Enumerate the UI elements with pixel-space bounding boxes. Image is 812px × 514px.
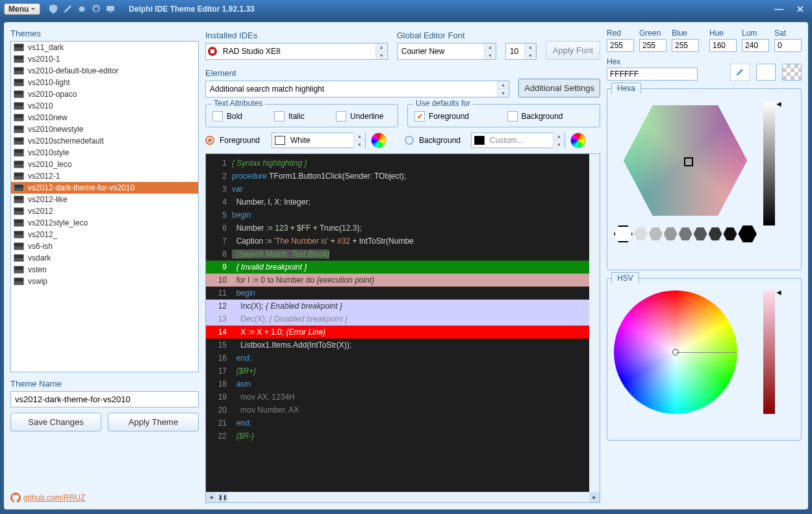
theme-swatch-icon — [14, 207, 24, 215]
theme-item[interactable]: vs2012_ — [11, 229, 198, 240]
minimize-button[interactable]: — — [770, 4, 787, 14]
theme-item[interactable]: vs2010-light — [11, 77, 198, 88]
green-input[interactable] — [639, 39, 666, 52]
apply-font-button[interactable]: Apply Font — [546, 41, 600, 60]
gear-icon[interactable] — [91, 4, 101, 14]
theme-item[interactable]: vs2010new — [11, 112, 198, 123]
hex-input[interactable] — [607, 68, 698, 81]
theme-item[interactable]: vswip — [11, 276, 198, 287]
theme-item-label: vs2010schemedefault — [28, 136, 104, 146]
theme-swatch-icon — [14, 242, 24, 250]
foreground-radio[interactable] — [205, 136, 214, 145]
theme-item[interactable]: vs2010_leco — [11, 159, 198, 170]
foreground-color-combo[interactable]: White ▲▼ — [272, 133, 366, 148]
menu-button[interactable]: Menu — [4, 3, 40, 15]
theme-item[interactable]: vs2010-opaco — [11, 88, 198, 100]
brush-icon[interactable] — [62, 4, 73, 14]
theme-item[interactable]: vs2010style — [11, 147, 198, 159]
theme-swatch-icon — [14, 172, 24, 180]
theme-name-input[interactable] — [10, 391, 199, 407]
hsv-tab[interactable]: HSV — [611, 272, 639, 283]
background-radio-label: Background — [419, 136, 466, 145]
red-input[interactable] — [607, 39, 634, 52]
hexa-tab[interactable]: Hexa — [611, 83, 641, 94]
background-color-combo[interactable]: Custom... ▲▼ — [471, 133, 565, 148]
bug-icon[interactable] — [77, 4, 87, 14]
element-combo[interactable]: Additional search match highlight ▲▼ — [205, 81, 509, 97]
installed-ides-combo[interactable]: RAD Studio XE8 ▲▼ — [205, 43, 388, 60]
github-link[interactable]: github.com/RRUZ — [10, 493, 199, 503]
foreground-color-picker-button[interactable] — [371, 133, 387, 148]
hexa-lightness-slider[interactable] — [763, 102, 775, 225]
font-size-spinner[interactable]: 10 ▲▼ — [505, 43, 537, 60]
theme-swatch-icon — [14, 90, 24, 98]
close-button[interactable]: ✕ — [793, 4, 808, 14]
background-color-picker-button[interactable] — [570, 133, 586, 148]
theme-swatch-icon — [14, 184, 24, 192]
hsv-wheel[interactable] — [614, 290, 737, 414]
monitor-icon[interactable] — [105, 4, 116, 14]
theme-swatch-icon — [14, 67, 24, 75]
shield-icon[interactable] — [48, 4, 58, 14]
theme-swatch-icon — [14, 125, 24, 133]
theme-item[interactable]: vs11_dark — [11, 42, 198, 53]
hexa-cursor[interactable] — [684, 157, 693, 166]
theme-item[interactable]: vsten — [11, 264, 198, 276]
sat-input[interactable] — [774, 39, 802, 52]
foreground-radio-label: Foreground — [220, 136, 266, 145]
rad-studio-icon — [206, 46, 219, 57]
theme-swatch-icon — [14, 277, 24, 285]
element-label: Element — [205, 68, 509, 78]
background-radio[interactable] — [405, 136, 414, 145]
theme-item-label: vs2012-dark-theme-for-vs2010 — [28, 183, 134, 192]
theme-item[interactable]: vs6-ish — [11, 240, 198, 252]
font-size-value: 10 — [506, 47, 524, 56]
hue-label: Hue — [709, 29, 737, 38]
themes-listbox[interactable]: vs11_darkvs2010-1vs2010-default-blue-edi… — [10, 41, 199, 372]
theme-item-label: vs11_dark — [28, 43, 64, 52]
hsv-cursor[interactable] — [672, 349, 679, 355]
italic-checkbox[interactable]: Italic — [274, 111, 329, 122]
theme-item[interactable]: vsdark — [11, 252, 198, 264]
hsv-value-slider[interactable] — [763, 290, 775, 414]
menu-label: Menu — [8, 5, 29, 14]
font-label: Global Editor Font — [397, 31, 496, 40]
app-title: Delphi IDE Theme Editor 1.92.1.33 — [129, 5, 254, 14]
underline-checkbox[interactable]: Underline — [336, 111, 391, 122]
theme-item-label: vs6-ish — [28, 242, 53, 251]
default-background-checkbox[interactable]: Background — [507, 111, 594, 122]
bold-checkbox[interactable]: Bold — [212, 111, 268, 122]
theme-item[interactable]: vs2012style_leco — [11, 217, 198, 229]
blue-input[interactable] — [672, 39, 699, 52]
save-changes-button[interactable]: Save Changes — [10, 413, 101, 431]
additional-settings-button[interactable]: Additional Settings — [518, 79, 600, 97]
apply-theme-button[interactable]: Apply Theme — [108, 413, 199, 431]
theme-item[interactable]: vs2010-default-blue-editor — [11, 65, 198, 77]
theme-item[interactable]: vs2010 — [11, 100, 198, 112]
color-preview-swatch — [756, 64, 776, 81]
hexa-color-hexagon[interactable] — [620, 102, 750, 219]
theme-item-label: vs2010-light — [28, 78, 70, 87]
theme-item[interactable]: vs2010schemedefault — [11, 135, 198, 147]
theme-item[interactable]: vs2010newstyle — [11, 123, 198, 135]
theme-item[interactable]: vs2010-1 — [11, 53, 198, 65]
editor-hscrollbar[interactable]: ◄❚❚► — [206, 492, 600, 502]
eyedropper-button[interactable] — [730, 64, 750, 81]
font-combo[interactable]: Courier New ▲▼ — [397, 43, 496, 60]
theme-item[interactable]: vs2012-1 — [11, 170, 198, 182]
theme-item-label: vs2012_ — [28, 230, 57, 239]
hue-input[interactable] — [709, 39, 737, 52]
shade-row[interactable] — [614, 225, 757, 242]
mid-panel: Installed IDEs RAD Studio XE8 ▲▼ Global … — [205, 29, 600, 503]
transparent-swatch — [782, 64, 802, 81]
editor-vscrollbar[interactable] — [589, 154, 600, 492]
theme-item[interactable]: vs2012 — [11, 205, 198, 217]
lum-input[interactable] — [742, 39, 769, 52]
theme-item[interactable]: vs2012-dark-theme-for-vs2010 — [11, 182, 198, 194]
theme-item-label: vs2010new — [28, 113, 68, 122]
text-attrs-group-label: Text Attributes — [211, 99, 265, 108]
red-label: Red — [607, 29, 634, 38]
default-foreground-checkbox[interactable]: ✔Foreground — [414, 111, 501, 122]
theme-swatch-icon — [14, 266, 24, 274]
theme-item[interactable]: vs2012-like — [11, 194, 198, 205]
